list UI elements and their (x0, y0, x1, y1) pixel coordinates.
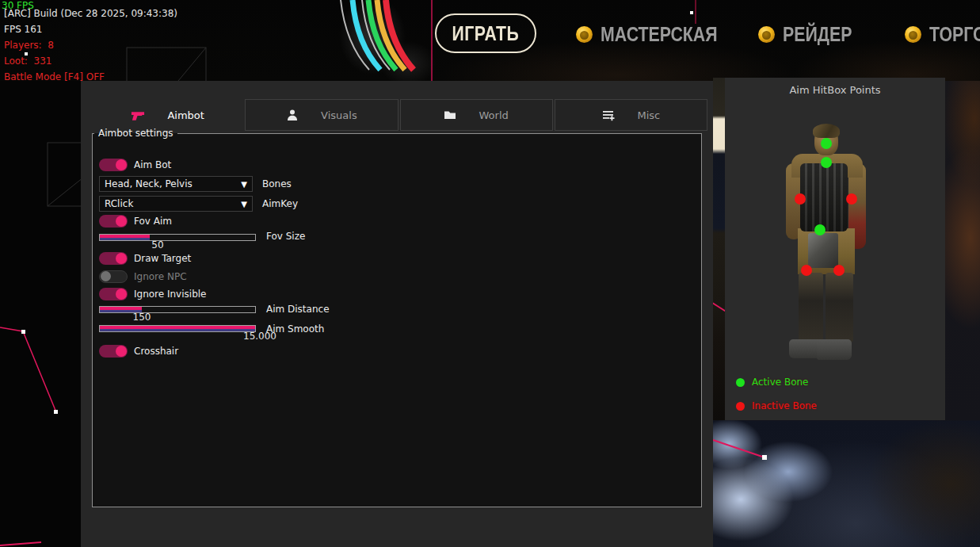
aimkey-dropdown-value: RClick (105, 198, 238, 209)
person-icon (286, 109, 299, 121)
fov-aim-label: Fov Aim (134, 216, 172, 227)
sliders-plus-icon (602, 109, 616, 121)
play-button-label: ИГРАТЬ (452, 22, 520, 45)
coin-icon (576, 26, 593, 43)
fov-size-row (99, 234, 256, 241)
tab-label: Visuals (321, 109, 357, 121)
fov-aim-toggle[interactable] (99, 215, 128, 228)
nav-item-workshop[interactable]: МАСТЕРСКАЯ (576, 24, 743, 44)
ignore-invisible-label: Ignore Invisible (134, 289, 206, 300)
bone-dot-left-shoulder[interactable] (795, 193, 806, 205)
tab-bar: Aimbot Visuals World (92, 99, 707, 131)
aim-bot-toggle[interactable] (99, 159, 128, 171)
bone-dot-left-hip[interactable] (801, 265, 812, 276)
nav-item-raider[interactable]: РЕЙДЕР (758, 24, 868, 44)
ignore-npc-row: Ignore NPC (99, 270, 187, 283)
tab-misc[interactable]: Misc (555, 99, 707, 131)
slider-fill (100, 326, 255, 331)
tab-visuals[interactable]: Visuals (245, 99, 398, 131)
aimkey-row: RClick ▼ AimKey (99, 196, 298, 212)
bones-label: Bones (262, 178, 292, 189)
fov-size-value: 50 (142, 239, 174, 251)
bone-dot-right-hip[interactable] (833, 265, 845, 276)
player-model-left-leg (799, 273, 823, 342)
ignore-invisible-toggle[interactable] (99, 288, 128, 300)
bone-dot-neck[interactable] (821, 157, 832, 168)
crosshair-toggle[interactable] (99, 345, 128, 358)
aimkey-label: AimKey (262, 198, 298, 209)
bone-dot-head[interactable] (821, 138, 832, 149)
crosshair-label: Crosshair (134, 346, 178, 357)
nav-item-trade[interactable]: ТОРГО (905, 24, 980, 44)
tab-world[interactable]: World (400, 99, 553, 131)
screen: 30 FPS [ARC] Build (Dec 28 2025, 09:43:3… (0, 0, 980, 547)
pistol-icon (131, 109, 145, 121)
coin-icon (758, 26, 775, 43)
cheat-menu-panel: Aimbot Visuals World (81, 81, 713, 547)
hud-fps-label: FPS 161 (4, 24, 42, 35)
player-model-right-leg (826, 273, 853, 342)
ignore-invisible-row: Ignore Invisible (99, 288, 206, 300)
player-model-left-boot (789, 339, 821, 358)
toggle-knob (101, 271, 111, 281)
player-model-right-boot (817, 339, 852, 360)
player-model-vest (800, 163, 848, 231)
aim-distance-row (99, 306, 256, 313)
aim-smooth-slider[interactable] (99, 325, 256, 332)
ignore-npc-toggle[interactable] (99, 270, 128, 283)
inactive-bone-dot-icon (736, 402, 745, 411)
aim-distance-slider[interactable] (99, 306, 256, 313)
tab-label: Aimbot (167, 109, 204, 121)
toggle-knob (116, 346, 127, 357)
aimbot-settings-group: Aimbot settings Aim Bot Head, Neck, Pelv… (92, 128, 702, 507)
aim-distance-label: Aim Distance (266, 304, 330, 315)
bones-dropdown[interactable]: Head, Neck, Pelvis ▼ (99, 176, 253, 192)
tab-aimbot[interactable]: Aimbot (92, 99, 243, 131)
toggle-knob (116, 289, 127, 300)
aim-bot-label: Aim Bot (134, 159, 171, 170)
nav-item-label: МАСТЕРСКАЯ (601, 22, 718, 47)
aim-smooth-value: 15.000 (238, 331, 281, 342)
player-model-helmet (813, 124, 840, 138)
tab-label: Misc (638, 109, 661, 121)
coin-icon (905, 26, 921, 43)
aim-distance-value: 150 (124, 312, 159, 323)
legend-inactive-bone: Inactive Bone (736, 400, 817, 411)
toggle-knob (116, 159, 127, 170)
nav-item-label: РЕЙДЕР (783, 22, 852, 47)
bone-dot-right-shoulder[interactable] (846, 193, 857, 205)
hud-players-label: Players: 8 (4, 40, 54, 51)
hud-loot-label: Loot: 331 (4, 55, 51, 67)
player-model-plate (808, 233, 838, 268)
chevron-down-icon: ▼ (241, 200, 247, 208)
play-button[interactable]: ИГРАТЬ (435, 13, 536, 53)
toggle-knob (116, 253, 127, 264)
toggle-knob (116, 216, 127, 227)
player-model (725, 78, 945, 420)
active-bone-dot-icon (736, 378, 745, 387)
draw-target-row: Draw Target (99, 252, 191, 265)
active-bone-label: Active Bone (752, 377, 809, 388)
folder-icon (444, 109, 456, 121)
bone-dot-pelvis[interactable] (814, 224, 826, 235)
draw-target-toggle[interactable] (99, 252, 128, 265)
bones-dropdown-value: Head, Neck, Pelvis (105, 178, 238, 189)
crosshair-row: Crosshair (99, 345, 178, 358)
bones-row: Head, Neck, Pelvis ▼ Bones (99, 176, 292, 192)
inactive-bone-label: Inactive Bone (752, 400, 817, 411)
aimkey-dropdown[interactable]: RClick ▼ (99, 196, 253, 212)
chevron-down-icon: ▼ (241, 180, 247, 189)
aim-bot-row: Aim Bot (99, 159, 171, 171)
fov-aim-row: Fov Aim (99, 215, 172, 228)
hud-build-label: [ARC] Build (Dec 28 2025, 09:43:38) (4, 8, 177, 19)
hitbox-panel: Aim HitBox Points Active Bone (725, 78, 945, 420)
aim-smooth-row (99, 325, 256, 332)
legend-active-bone: Active Bone (736, 377, 809, 388)
tab-label: World (479, 109, 508, 121)
fov-size-label: Fov Size (266, 231, 305, 242)
draw-target-label: Draw Target (134, 253, 191, 264)
fov-size-slider[interactable] (99, 234, 256, 241)
ignore-npc-label: Ignore NPC (134, 271, 187, 282)
nav-item-label: ТОРГО (929, 22, 980, 47)
group-title: Aimbot settings (94, 128, 177, 139)
